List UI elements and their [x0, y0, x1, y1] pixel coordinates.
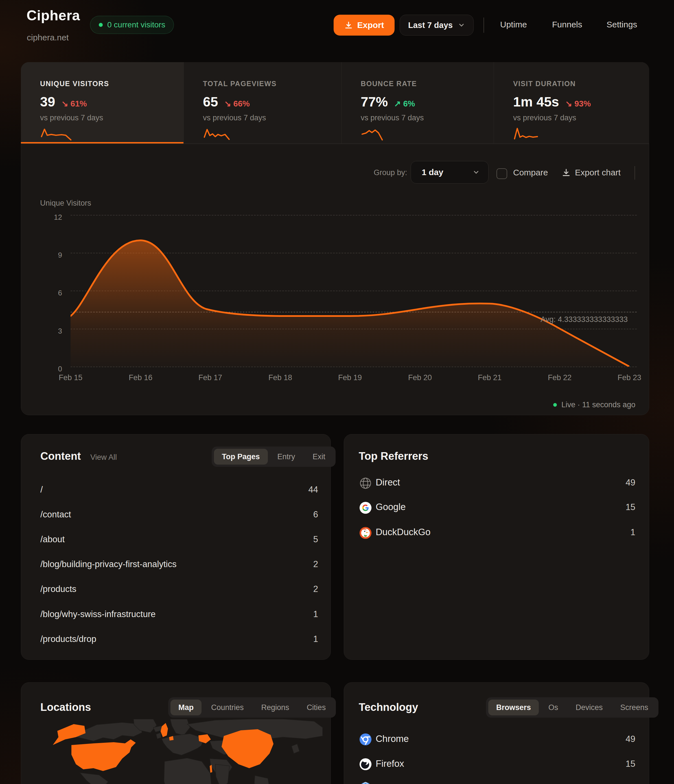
tab-screens[interactable]: Screens: [612, 700, 656, 716]
x-tick: Feb 22: [540, 373, 579, 382]
content-view-all-link[interactable]: View All: [90, 453, 117, 462]
live-dot: [553, 403, 557, 407]
controls-divider: [635, 166, 635, 180]
map-country-usa[interactable]: [71, 739, 136, 771]
referrers-title: Top Referrers: [359, 450, 428, 462]
map-region-se-asia: [254, 776, 270, 784]
unique-visitors-line-chart[interactable]: [71, 215, 629, 367]
y-tick: 6: [37, 289, 62, 297]
map-region-scandinavia: [170, 719, 190, 736]
stat-value: 39: [40, 94, 55, 110]
sparkline-chart: [513, 127, 547, 142]
stat-label: VISIT DURATION: [513, 79, 649, 88]
technology-row-chrome[interactable]: Chrome: [376, 733, 409, 744]
tab-cities[interactable]: Cities: [299, 700, 334, 716]
globe-icon: [359, 477, 372, 490]
stat-delta: ↘ 66%: [224, 99, 250, 109]
map-region-ireland: [156, 733, 161, 739]
technology-row-firefox[interactable]: Firefox: [376, 758, 404, 769]
referrer-row-google[interactable]: Google: [376, 502, 405, 512]
chevron-down-icon: [458, 22, 465, 29]
nav-funnels[interactable]: Funnels: [552, 20, 582, 30]
map-country-alaska[interactable]: [53, 724, 85, 745]
map-region-africa: [164, 758, 212, 784]
download-icon: [344, 20, 353, 30]
referrer-row-value: 1: [579, 527, 635, 537]
tab-map[interactable]: Map: [171, 700, 202, 716]
map-country-china[interactable]: [222, 729, 273, 768]
group-by-dropdown[interactable]: 1 day: [411, 161, 489, 184]
date-range-select[interactable]: Last 7 days: [400, 15, 474, 36]
content-row-path[interactable]: /: [40, 485, 43, 495]
live-status-label: Live · 11 seconds ago: [561, 400, 635, 409]
content-row-path[interactable]: /contact: [40, 510, 71, 520]
map-region-japan: [292, 744, 300, 753]
group-by-label: Group by:: [374, 168, 407, 177]
average-annotation: Avg: 4.333333333333333: [487, 315, 628, 324]
chrome-icon: [359, 733, 372, 746]
compare-label[interactable]: Compare: [513, 168, 548, 177]
content-row-path[interactable]: /blog/building-privacy-first-analytics: [40, 559, 176, 569]
tab-exit[interactable]: Exit: [305, 449, 333, 465]
tab-os[interactable]: Os: [540, 700, 566, 716]
locations-tabs: Map Countries Regions Cities: [168, 697, 336, 718]
chart-area-fill: [71, 240, 629, 367]
content-row-path[interactable]: /blog/why-swiss-infrastructure: [40, 609, 155, 619]
stat-card-bounce-rate[interactable]: BOUNCE RATE 77% ↗ 6% vs previous 7 days: [341, 62, 494, 144]
nav-settings[interactable]: Settings: [607, 20, 637, 30]
content-row-value: 5: [262, 534, 318, 544]
tab-countries[interactable]: Countries: [203, 700, 252, 716]
stat-card-total-pageviews[interactable]: TOTAL PAGEVIEWS 65 ↘ 66% vs previous 7 d…: [183, 62, 341, 144]
x-tick: Feb 17: [191, 373, 230, 382]
referrer-row-value: 15: [579, 502, 635, 512]
content-row-value: 2: [262, 584, 318, 594]
stat-compare-label: vs previous 7 days: [203, 114, 341, 122]
export-button[interactable]: Export: [334, 15, 394, 36]
locations-title: Locations: [40, 701, 91, 713]
tab-top-pages[interactable]: Top Pages: [214, 449, 268, 465]
export-chart-button[interactable]: Export chart: [575, 168, 621, 177]
content-row-path[interactable]: /products: [40, 584, 76, 594]
stat-value: 1m 45s: [513, 94, 559, 110]
stat-compare-label: vs previous 7 days: [513, 114, 649, 122]
content-row-path[interactable]: /products/drop: [40, 634, 96, 644]
compare-checkbox[interactable]: [497, 168, 507, 179]
referrer-row-direct[interactable]: Direct: [376, 477, 400, 488]
stat-value: 65: [203, 94, 218, 110]
x-tick: Feb 19: [330, 373, 370, 382]
site-title: Ciphera: [26, 7, 80, 24]
tab-regions[interactable]: Regions: [253, 700, 297, 716]
stat-card-unique-visitors[interactable]: UNIQUE VISITORS 39 ↘ 61% vs previous 7 d…: [21, 62, 183, 144]
map-country-netherlands[interactable]: [169, 736, 174, 740]
content-row-path[interactable]: /about: [40, 534, 65, 544]
referrer-row-duckduckgo[interactable]: DuckDuckGo: [376, 527, 430, 537]
stats-row-divider: [21, 143, 649, 144]
stat-value: 77%: [361, 94, 388, 110]
y-tick: 9: [37, 251, 62, 260]
stat-label: UNIQUE VISITORS: [40, 79, 183, 88]
map-country-uk[interactable]: [161, 723, 168, 737]
stat-label: BOUNCE RATE: [361, 79, 494, 88]
content-row-value: 44: [262, 485, 318, 495]
x-tick: Feb 15: [51, 373, 90, 382]
current-visitors-label: 0 current visitors: [107, 20, 165, 30]
firefox-icon: [359, 758, 372, 771]
nav-uptime[interactable]: Uptime: [500, 20, 527, 30]
trend-down-icon: ↘: [61, 99, 68, 108]
content-row-value: 1: [262, 609, 318, 619]
browser-icon-partial: [359, 782, 372, 784]
tab-browsers[interactable]: Browsers: [488, 700, 539, 716]
tab-entry[interactable]: Entry: [270, 449, 303, 465]
referrer-row-value: 49: [579, 478, 635, 488]
date-range-value: Last 7 days: [408, 20, 453, 30]
x-tick: Feb 18: [261, 373, 300, 382]
sparkline-chart: [40, 127, 73, 142]
group-by-value: 1 day: [422, 168, 443, 177]
world-map[interactable]: [26, 719, 325, 784]
current-visitors-badge: 0 current visitors: [90, 16, 174, 34]
technology-row-value: 49: [579, 734, 635, 744]
stat-label: TOTAL PAGEVIEWS: [203, 79, 341, 88]
live-status: Live · 11 seconds ago: [553, 400, 635, 409]
tab-devices[interactable]: Devices: [568, 700, 611, 716]
stat-card-visit-duration[interactable]: VISIT DURATION 1m 45s ↘ 93% vs previous …: [494, 62, 649, 144]
